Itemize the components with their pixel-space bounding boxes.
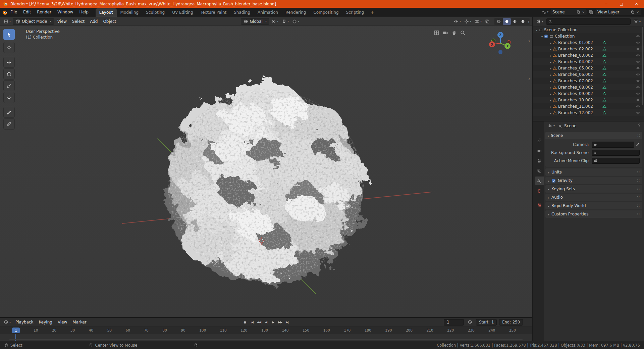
viewport-menu-item[interactable]: Add <box>87 19 100 24</box>
collapsed-panel-header[interactable]: Custom Properties <box>545 210 642 218</box>
viewport-menu-item[interactable]: View <box>55 19 69 24</box>
collapsed-panel-header[interactable]: Rigid Body World <box>545 202 642 209</box>
disclosure-icon[interactable] <box>550 85 551 90</box>
tab-scene[interactable] <box>535 177 544 185</box>
timeline-editor-type-icon[interactable] <box>2 320 12 325</box>
outliner-object-row[interactable]: Branches_05.002 <box>533 65 644 71</box>
disclosure-icon[interactable] <box>550 104 551 109</box>
new-scene-icon[interactable] <box>576 10 580 14</box>
pan-hand-icon[interactable] <box>451 30 457 37</box>
outliner-object-row[interactable]: Branches_03.002 <box>533 52 644 58</box>
disclosure-icon[interactable] <box>550 66 551 70</box>
jump-to-end-button[interactable]: ▶| <box>284 319 290 325</box>
workspace-tab[interactable]: Layout <box>96 8 117 17</box>
properties-editor-type-icon[interactable] <box>546 123 556 128</box>
hide-eye-icon[interactable] <box>636 85 640 89</box>
gizmo-region-arrow[interactable]: ‹ <box>528 76 530 82</box>
orientation-dropdown[interactable]: Global <box>241 18 269 25</box>
ortho-grid-icon[interactable] <box>434 30 439 37</box>
tab-tool[interactable] <box>535 136 544 145</box>
disclosure-icon[interactable] <box>550 79 551 83</box>
outliner-editor-type-icon[interactable] <box>535 19 544 24</box>
viewport-canvas[interactable] <box>0 26 532 317</box>
outliner-object-row[interactable]: Branches_12.002 <box>533 109 644 116</box>
hide-eye-icon[interactable] <box>636 47 640 51</box>
workspace-tab[interactable]: Sculpting <box>142 8 168 17</box>
workspace-tab[interactable]: Compositing <box>310 8 342 17</box>
previous-keyframe-button[interactable]: ◀◀ <box>256 319 262 325</box>
shading-material-button[interactable] <box>511 18 519 25</box>
shading-options-dropdown[interactable] <box>527 19 529 24</box>
disclosure-icon[interactable] <box>550 91 551 96</box>
sidebar-toggle-arrow[interactable]: ‹ <box>528 38 530 43</box>
select-box-tool-button[interactable] <box>3 29 15 40</box>
timeline-menu-item[interactable]: Marker <box>70 320 89 325</box>
object-visibility-dropdown[interactable] <box>452 19 462 24</box>
pin-icon[interactable] <box>637 123 641 128</box>
workspace-tab[interactable]: UV Editing <box>168 8 197 17</box>
menu-item[interactable]: Window <box>54 8 76 17</box>
camera-field[interactable] <box>592 142 634 148</box>
background-scene-field[interactable] <box>592 150 640 156</box>
proportional-editing-icon[interactable] <box>291 19 301 24</box>
hide-eye-icon[interactable] <box>636 104 640 108</box>
xray-toggle[interactable] <box>484 19 491 24</box>
rotate-tool-button[interactable] <box>3 68 15 80</box>
remove-view-layer-icon[interactable] <box>636 10 639 14</box>
browse-scene-icon[interactable] <box>541 10 548 14</box>
preview-range-clock-icon[interactable] <box>466 320 474 325</box>
timeline-scrollbar[interactable] <box>9 339 523 340</box>
next-keyframe-button[interactable]: ▶▶ <box>277 319 283 325</box>
outliner-object-row[interactable]: Branches_07.002 <box>533 78 644 84</box>
timeline-menu-item[interactable]: Keying <box>36 320 55 325</box>
annotate-tool-button[interactable] <box>3 107 15 118</box>
hide-eye-icon[interactable] <box>636 53 640 57</box>
outliner-scene-collection-row[interactable]: Scene Collection <box>533 27 644 33</box>
timeline-menu-item[interactable]: Playback <box>13 320 36 325</box>
workspace-tab[interactable]: Animation <box>254 8 282 17</box>
workspace-tab[interactable]: Scripting <box>342 8 368 17</box>
outliner-search-input[interactable] <box>546 18 631 25</box>
tab-world[interactable] <box>535 187 544 195</box>
overlays-dropdown[interactable] <box>473 19 483 24</box>
menu-item[interactable]: Render <box>34 8 54 17</box>
workspace-tab[interactable]: Shading <box>230 8 254 17</box>
shading-solid-button[interactable] <box>503 18 511 25</box>
disclosure-icon[interactable] <box>550 53 551 58</box>
current-frame-field[interactable]: 1 <box>444 319 464 326</box>
measure-tool-button[interactable] <box>3 118 15 130</box>
new-view-layer-icon[interactable] <box>631 10 635 14</box>
disclosure-icon[interactable] <box>550 72 551 77</box>
frame-start-field[interactable]: Start: 1 <box>476 319 497 326</box>
tab-output[interactable] <box>535 156 544 165</box>
menu-item[interactable]: Help <box>76 8 91 17</box>
minimize-button[interactable] <box>599 0 614 8</box>
gizmos-dropdown[interactable] <box>463 19 473 24</box>
blender-menu-icon[interactable] <box>2 10 7 15</box>
viewport-menu-item[interactable]: Object <box>100 19 119 24</box>
pivot-point-dropdown[interactable] <box>270 19 280 24</box>
auto-keying-button[interactable]: ● <box>242 319 248 325</box>
gravity-checkbox[interactable] <box>551 179 556 183</box>
disclosure-icon[interactable] <box>550 59 551 64</box>
collection-checkbox[interactable] <box>544 34 548 38</box>
cursor-tool-button[interactable] <box>3 42 15 53</box>
menu-item[interactable]: File <box>7 8 20 17</box>
collapsed-panel-header[interactable]: Units <box>545 168 642 176</box>
hide-eye-icon[interactable] <box>636 98 640 102</box>
hide-eye-icon[interactable] <box>636 92 640 96</box>
mode-dropdown[interactable]: Object Mode <box>13 18 54 25</box>
tab-render[interactable] <box>535 146 544 155</box>
outliner-object-row[interactable]: Branches_08.002 <box>533 84 644 90</box>
zoom-icon[interactable] <box>460 30 466 37</box>
navigation-gizmo[interactable]: Z X Y <box>486 29 515 57</box>
hide-eye-icon[interactable] <box>636 79 640 83</box>
shading-rendered-button[interactable] <box>519 18 527 25</box>
hide-eye-icon[interactable] <box>636 60 640 64</box>
outliner-object-row[interactable]: Branches_06.002 <box>533 71 644 78</box>
workspace-tab[interactable]: Rendering <box>282 8 310 17</box>
editor-type-icon[interactable] <box>2 19 12 24</box>
disclosure-icon[interactable] <box>550 40 551 45</box>
outliner-object-row[interactable]: Branches_02.002 <box>533 46 644 52</box>
frame-end-field[interactable]: End: 250 <box>499 319 523 326</box>
